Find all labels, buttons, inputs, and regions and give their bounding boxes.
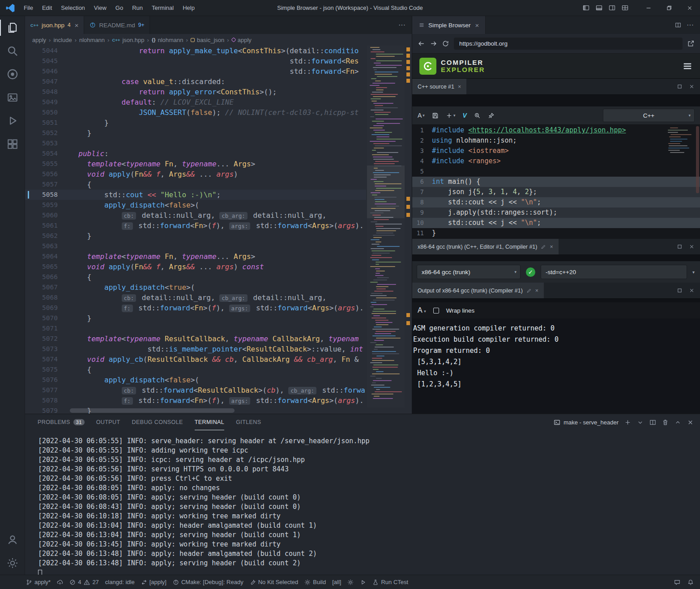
pin-icon[interactable]: [488, 112, 495, 119]
status-cmake-kit[interactable]: No Kit Selected: [250, 579, 299, 585]
breadcrumb-item-include[interactable]: include: [53, 37, 72, 43]
status-run-ctest[interactable]: Run CTest: [372, 579, 408, 585]
add-pane-button[interactable]: ▾: [446, 112, 456, 119]
toggle-secondary-sidebar-icon[interactable]: [609, 4, 615, 11]
activity-extensions[interactable]: [0, 132, 25, 156]
minimize-button[interactable]: [638, 0, 659, 16]
menu-view[interactable]: View: [90, 3, 111, 13]
source-pane-tab[interactable]: C++ source #1 ×: [412, 79, 466, 94]
maximize-pane-icon[interactable]: [677, 84, 683, 89]
breadcrumb-item-nlohmann[interactable]: {}nlohmann: [152, 37, 184, 43]
options-dropdown-icon[interactable]: ▾: [692, 270, 696, 275]
open-external-icon[interactable]: [687, 40, 695, 47]
activity-source-control[interactable]: [0, 63, 25, 86]
maximize-pane-icon[interactable]: [677, 244, 683, 250]
activity-image-preview[interactable]: [0, 86, 25, 109]
compiler-select[interactable]: x86-64 gcc (trunk) ▾: [417, 265, 521, 279]
status-cmake-project[interactable]: [apply]: [141, 579, 166, 585]
editor-more-actions-icon[interactable]: ···: [398, 21, 405, 29]
status-launch-target[interactable]: [360, 579, 366, 585]
terminal-dropdown-icon[interactable]: [637, 419, 644, 426]
source-editor[interactable]: 1#include <https://localhost:8443/apply/…: [412, 124, 700, 239]
menu-help[interactable]: Help: [179, 3, 199, 13]
kill-terminal-icon[interactable]: [662, 419, 669, 426]
menu-go[interactable]: Go: [111, 3, 127, 13]
new-terminal-icon[interactable]: [624, 419, 631, 426]
horizontal-scrollbar[interactable]: [70, 408, 358, 413]
panel-tab-gitlens[interactable]: GITLENS: [236, 414, 261, 430]
compiler-pane-tab[interactable]: x86-64 gcc (trunk) (C++, Editor #1, Comp…: [412, 239, 559, 254]
status-problems-warnings[interactable]: 27: [84, 579, 98, 585]
maximize-panel-icon[interactable]: [674, 419, 681, 426]
font-size-button[interactable]: A ▾: [418, 112, 425, 119]
breadcrumb-item-json.hpp[interactable]: C++json.hpp: [112, 37, 144, 43]
close-icon[interactable]: ×: [458, 84, 461, 90]
status-feedback[interactable]: [674, 579, 680, 585]
close-icon[interactable]: ×: [75, 21, 79, 29]
forward-icon[interactable]: [430, 40, 437, 47]
terminal-output[interactable]: [2022-04-30 06:05:55] INFO: serve_header…: [25, 430, 700, 575]
code-editor[interactable]: 5044 return apply_make_tuple<ConstThis>(…: [25, 46, 412, 414]
maximize-pane-icon[interactable]: [677, 288, 683, 293]
output-pane-tab[interactable]: Output of x86-64 gcc (trunk) (Compiler #…: [412, 283, 544, 298]
url-input[interactable]: https://godbolt.org: [454, 38, 683, 50]
close-pane-icon[interactable]: [689, 84, 695, 89]
activity-search[interactable]: [0, 39, 25, 63]
tab-simple-browser[interactable]: Simple Browser ×: [412, 16, 486, 34]
zoom-icon[interactable]: [474, 112, 481, 119]
breadcrumb-item-apply[interactable]: apply: [232, 37, 252, 43]
status-cmake-build[interactable]: Build: [304, 579, 326, 585]
activity-settings[interactable]: [0, 551, 25, 575]
status-publish-changes[interactable]: [57, 579, 63, 585]
status-git-branch[interactable]: apply*: [26, 579, 51, 585]
activity-accounts[interactable]: [0, 528, 25, 551]
breadcrumb-item-nlohmann[interactable]: nlohmann: [79, 37, 105, 43]
rename-pane-icon[interactable]: [541, 244, 546, 250]
save-icon[interactable]: [432, 112, 439, 119]
terminal-select[interactable]: make - serve_header: [554, 419, 619, 426]
status-clangd-status[interactable]: clangd: idle: [105, 579, 135, 585]
status-cmake-status[interactable]: CMake: [Debug]: Ready: [173, 579, 243, 585]
close-icon[interactable]: ×: [475, 21, 479, 29]
panel-tab-terminal[interactable]: TERMINAL: [195, 414, 224, 430]
back-icon[interactable]: [418, 40, 425, 47]
panel-tab-output[interactable]: OUTPUT: [96, 414, 120, 430]
restore-button[interactable]: [659, 0, 679, 16]
scrollbar-thumb[interactable]: [70, 408, 235, 413]
wrap-lines-checkbox[interactable]: [433, 308, 439, 314]
close-button[interactable]: [679, 0, 700, 16]
activity-run-and-debug[interactable]: [0, 109, 25, 132]
status-notifications[interactable]: [687, 579, 694, 585]
menu-edit[interactable]: Edit: [38, 3, 56, 13]
status-build-target[interactable]: [all]: [332, 579, 341, 585]
menu-selection[interactable]: Selection: [57, 3, 89, 13]
menu-run[interactable]: Run: [128, 3, 147, 13]
tab-json-hpp[interactable]: C++ json.hpp 4 ×: [25, 16, 84, 34]
close-icon[interactable]: ×: [535, 288, 538, 294]
close-panel-icon[interactable]: [687, 419, 694, 426]
split-terminal-icon[interactable]: [649, 419, 656, 426]
rename-pane-icon[interactable]: [526, 288, 532, 293]
customize-layout-icon[interactable]: [622, 4, 628, 11]
activity-explorer[interactable]: [0, 16, 25, 39]
panel-tab-problems[interactable]: PROBLEMS31: [38, 414, 85, 430]
tab-readme-md[interactable]: README.md 9+: [84, 16, 150, 34]
hamburger-menu-icon[interactable]: [682, 61, 693, 72]
menu-file[interactable]: File: [20, 3, 37, 13]
output-font-size-button[interactable]: A ▾: [418, 306, 426, 314]
close-pane-icon[interactable]: [689, 244, 695, 250]
close-pane-icon[interactable]: [689, 288, 695, 293]
breadcrumb-item-apply[interactable]: apply: [32, 37, 46, 43]
compiler-output[interactable]: ASM generation compiler returned: 0Execu…: [412, 318, 700, 414]
panel-tab-debug-console[interactable]: DEBUG CONSOLE: [132, 414, 183, 430]
breadcrumb-item-basic_json[interactable]: basic_json: [191, 37, 224, 43]
status-debug-target[interactable]: [347, 579, 354, 585]
status-problems-errors[interactable]: 4: [69, 579, 81, 585]
language-select[interactable]: C++ ▾: [603, 109, 695, 122]
menu-terminal[interactable]: Terminal: [148, 3, 178, 13]
vim-mode-button[interactable]: V: [462, 112, 466, 119]
toggle-panel-icon[interactable]: [596, 4, 602, 11]
minimap[interactable]: [367, 46, 405, 407]
split-editor-icon[interactable]: [675, 22, 681, 28]
compiler-options-input[interactable]: -std=c++20: [541, 265, 687, 279]
